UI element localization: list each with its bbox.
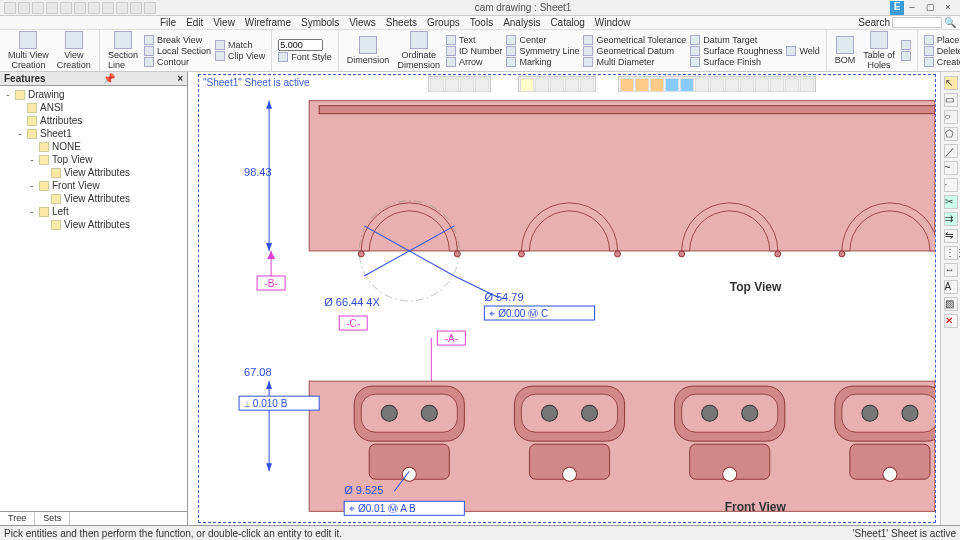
arrow-button[interactable]: Arrow — [446, 57, 503, 67]
qat-btn[interactable] — [60, 2, 72, 14]
minimize-button[interactable]: – — [904, 2, 920, 14]
font-style-button[interactable]: Font Style — [278, 52, 332, 62]
delete-tool-icon[interactable]: ✕ — [944, 314, 958, 328]
local-section-button[interactable]: Local Section — [144, 46, 211, 56]
polygon-tool-icon[interactable]: ⬠ — [944, 127, 958, 141]
hatch-tool-icon[interactable]: ▧ — [944, 297, 958, 311]
font-size-input[interactable] — [278, 39, 323, 51]
dim-tool-icon[interactable]: ↔ — [944, 263, 958, 277]
offset-tool-icon[interactable]: ⇉ — [944, 212, 958, 226]
section-line-button[interactable]: Section Line — [106, 31, 140, 70]
maximize-button[interactable]: ▢ — [922, 2, 938, 14]
tab-tree[interactable]: Tree — [0, 512, 35, 525]
tree-node[interactable]: -Top View — [4, 153, 183, 166]
tree-node[interactable]: View Attributes — [4, 218, 183, 231]
break-view-button[interactable]: Break View — [144, 35, 211, 45]
point-tool-icon[interactable]: · — [944, 178, 958, 192]
table-holes-button[interactable]: Table of Holes — [861, 31, 897, 70]
qat-btn[interactable] — [88, 2, 100, 14]
canvas-area[interactable]: "Sheet1" Sheet is active 98.43 -B- — [188, 72, 940, 525]
dimension-button[interactable]: Dimension — [345, 36, 392, 65]
place-group-button[interactable]: Place Group — [924, 35, 960, 45]
feature-tree[interactable]: -Drawing ANSI Attributes-Sheet1 NONE-Top… — [0, 86, 187, 511]
qat-btn[interactable] — [18, 2, 30, 14]
trim-tool-icon[interactable]: ✂ — [944, 195, 958, 209]
menu-symbols[interactable]: Symbols — [301, 17, 339, 28]
mirror-tool-icon[interactable]: ⇋ — [944, 229, 958, 243]
surface-finish-button[interactable]: Surface Finish — [690, 57, 782, 67]
menu-window[interactable]: Window — [595, 17, 631, 28]
qat-btn[interactable] — [130, 2, 142, 14]
tab-sets[interactable]: Sets — [35, 512, 70, 525]
svg-marker-15 — [266, 243, 272, 251]
menu-edit[interactable]: Edit — [186, 17, 203, 28]
tree-node[interactable]: View Attributes — [4, 192, 183, 205]
array-tool-icon[interactable]: ⋮⋮ — [944, 246, 958, 260]
text-button[interactable]: Text — [446, 35, 503, 45]
tree-node[interactable]: View Attributes — [4, 166, 183, 179]
cursor-tool-icon[interactable]: ↖ — [944, 76, 958, 90]
bom-button[interactable]: BOM — [833, 36, 858, 65]
tree-node[interactable]: -Left — [4, 205, 183, 218]
close-panel-icon[interactable]: × — [177, 73, 183, 84]
ordinate-icon — [410, 31, 428, 49]
menu-tools[interactable]: Tools — [470, 17, 493, 28]
menu-views[interactable]: Views — [349, 17, 376, 28]
tree-node[interactable]: Attributes — [4, 114, 183, 127]
dimension-icon — [359, 36, 377, 54]
qat-btn[interactable] — [74, 2, 86, 14]
menu-sheets[interactable]: Sheets — [386, 17, 417, 28]
menu-wireframe[interactable]: Wireframe — [245, 17, 291, 28]
qat-btn[interactable] — [144, 2, 156, 14]
svg-point-42 — [582, 405, 598, 421]
tree-node[interactable]: NONE — [4, 140, 183, 153]
surface-rough-button[interactable]: Surface Roughness — [690, 46, 782, 56]
contour-button[interactable]: Contour — [144, 57, 211, 67]
geom-datum-button[interactable]: Geometrical Datum — [583, 46, 686, 56]
center-button[interactable]: Center — [506, 35, 579, 45]
qat-btn[interactable] — [116, 2, 128, 14]
match-button[interactable]: Match — [215, 40, 265, 50]
pin-icon[interactable]: 📌 — [103, 73, 115, 84]
menu-catalog[interactable]: Catalog — [550, 17, 584, 28]
rect-tool-icon[interactable]: ▭ — [944, 93, 958, 107]
menu-view[interactable]: View — [213, 17, 235, 28]
clip-view-button[interactable]: Clip View — [215, 51, 265, 61]
circle-tool-icon[interactable]: ○ — [944, 110, 958, 124]
delete-master-button[interactable]: Delete Master Group — [924, 46, 960, 56]
weld-button[interactable]: Weld — [786, 46, 819, 56]
ordinate-button[interactable]: Ordinate Dimension — [395, 31, 442, 70]
multiview-creation-button[interactable]: Multi View Creation — [6, 31, 51, 70]
menu-analysis[interactable]: Analysis — [503, 17, 540, 28]
geom-tol-button[interactable]: Geometrical Tolerance — [583, 35, 686, 45]
drawing-canvas[interactable]: "Sheet1" Sheet is active 98.43 -B- — [198, 74, 936, 523]
line-tool-icon[interactable]: ／ — [944, 144, 958, 158]
tool-btn[interactable] — [901, 51, 911, 61]
symmetry-button[interactable]: Symmetry Line — [506, 46, 579, 56]
search-icon[interactable]: 🔍 — [944, 17, 956, 28]
tree-node[interactable]: -Front View — [4, 179, 183, 192]
tree-node[interactable]: -Drawing — [4, 88, 183, 101]
qat-btn[interactable] — [46, 2, 58, 14]
spline-tool-icon[interactable]: ~ — [944, 161, 958, 175]
datum-target-button[interactable]: Datum Target — [690, 35, 782, 45]
create-group-button[interactable]: Create Group — [924, 57, 960, 67]
qat-btn[interactable] — [4, 2, 16, 14]
view-creation-button[interactable]: View Creation — [55, 31, 93, 70]
marking-button[interactable]: Marking — [506, 57, 579, 67]
menu-groups[interactable]: Groups — [427, 17, 460, 28]
qat-btn[interactable] — [102, 2, 114, 14]
search-input[interactable] — [892, 17, 942, 28]
multi-diam-button[interactable]: Multi Diameter — [583, 57, 686, 67]
tool-btn[interactable] — [901, 40, 911, 50]
close-button[interactable]: × — [940, 2, 956, 14]
menu-file[interactable]: File — [160, 17, 176, 28]
text-tool-icon[interactable]: A — [944, 280, 958, 294]
tree-node[interactable]: ANSI — [4, 101, 183, 114]
svg-rect-34 — [361, 394, 457, 432]
id-number-button[interactable]: ID Number — [446, 46, 503, 56]
svg-marker-58 — [266, 381, 272, 389]
tree-node[interactable]: -Sheet1 — [4, 127, 183, 140]
deletemaster-icon — [924, 46, 934, 56]
qat-btn[interactable] — [32, 2, 44, 14]
